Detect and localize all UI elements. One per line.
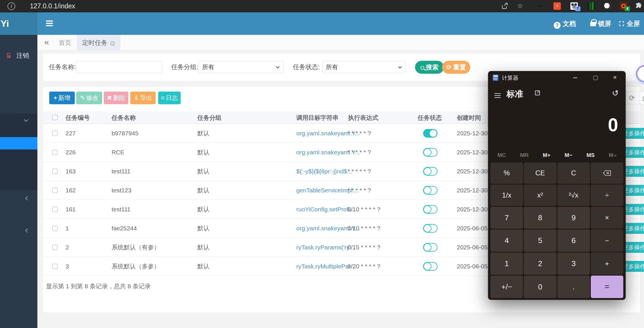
row-checkbox[interactable]: [52, 226, 58, 231]
status-toggle[interactable]: [423, 186, 437, 195]
digit-5-key[interactable]: 5: [524, 230, 556, 252]
sidebar-toggle-icon[interactable]: [46, 19, 55, 28]
memory-dropdown-button[interactable]: M: [609, 152, 616, 158]
row-checkbox[interactable]: [52, 131, 58, 136]
percent-key[interactable]: %: [490, 162, 523, 184]
sidebar-item-active[interactable]: [0, 137, 37, 149]
lightning-extension-icon[interactable]: ⚡: [553, 2, 561, 10]
maximize-button[interactable]: [587, 71, 603, 84]
col-task-name[interactable]: 任务名称: [112, 111, 136, 124]
row-checkbox[interactable]: [52, 207, 58, 212]
col-task-id[interactable]: 任务编号: [66, 111, 90, 124]
header-menu-lock[interactable]: 锁屏: [590, 12, 611, 35]
task-name-input[interactable]: [76, 61, 162, 73]
col-invoke-target[interactable]: 调用目标字符串: [296, 111, 339, 124]
row-checkbox[interactable]: [52, 169, 58, 174]
status-toggle[interactable]: [423, 205, 437, 214]
row-checkbox[interactable]: [52, 245, 58, 250]
digit-6-key[interactable]: 6: [557, 230, 590, 252]
minimize-button[interactable]: [567, 71, 583, 84]
tab-scheduled-tasks[interactable]: 定时任务×: [77, 35, 120, 51]
col-create-time[interactable]: 创建时间: [457, 111, 481, 124]
clear-entry-key[interactable]: CE: [524, 162, 556, 184]
cell-invoke-target[interactable]: ruoYiConfig.setProfi...: [296, 200, 355, 219]
reciprocal-key[interactable]: 1/x: [490, 185, 523, 206]
calculator-mode-label[interactable]: 标准: [507, 88, 523, 100]
digit-8-key[interactable]: 8: [524, 207, 556, 229]
memory-recall-button[interactable]: MR: [520, 152, 529, 158]
sidebar-menu-group[interactable]: [0, 190, 37, 206]
col-task-group[interactable]: 任务分组: [197, 111, 221, 124]
sidebar-menu-group[interactable]: [0, 223, 37, 239]
row-checkbox[interactable]: [52, 264, 58, 269]
face-extension-icon[interactable]: [604, 2, 611, 10]
header-menu-fullscreen[interactable]: 全屏: [618, 12, 640, 35]
tab-close-icon[interactable]: ×: [110, 41, 115, 46]
delete-button[interactable]: ✖删除: [104, 92, 128, 104]
digit-4-key[interactable]: 4: [490, 230, 523, 252]
spade-extension-icon[interactable]: ♠: [535, 2, 544, 10]
subtract-key[interactable]: −: [591, 230, 623, 252]
tabs-scroll-back-button[interactable]: «: [40, 35, 53, 51]
square-root-key[interactable]: ²√x: [557, 185, 590, 206]
multiply-key[interactable]: ×: [591, 207, 623, 229]
plus-minus-key[interactable]: +/−: [490, 276, 523, 298]
refresh-button[interactable]: ⟳: [624, 92, 640, 104]
memory-store-button[interactable]: MS: [586, 152, 595, 158]
sidebar-open-menu-group[interactable]: [0, 114, 37, 190]
status-toggle[interactable]: [423, 148, 437, 157]
row-checkbox[interactable]: [52, 188, 58, 193]
cell-invoke-target[interactable]: ${:-y$}{${6pr:-j}nd$...: [296, 162, 352, 181]
square-key[interactable]: x²: [524, 185, 556, 206]
digit-7-key[interactable]: 7: [490, 207, 523, 229]
status-toggle[interactable]: [423, 167, 437, 176]
add-key[interactable]: +: [591, 253, 623, 275]
bookmark-star-icon[interactable]: ☆: [516, 2, 524, 10]
col-cron-expression[interactable]: 执行表达式: [348, 111, 378, 124]
digit-2-key[interactable]: 2: [524, 253, 556, 275]
status-toggle[interactable]: [423, 129, 437, 138]
edit-button[interactable]: ✎修改: [76, 92, 102, 104]
status-toggle[interactable]: [423, 243, 437, 252]
status-toggle[interactable]: [423, 224, 437, 233]
header-menu-docs[interactable]: ?文档: [554, 12, 576, 35]
extensions-puzzle-icon[interactable]: [635, 2, 642, 10]
export-button[interactable]: ⇩导出: [130, 92, 156, 104]
cell-invoke-target[interactable]: ryTask.ryMultiplePar...: [296, 257, 355, 276]
log-button[interactable]: ≡日志: [158, 92, 181, 104]
select-all-checkbox[interactable]: [52, 115, 58, 120]
tab-home[interactable]: 首页: [53, 35, 77, 51]
digit-0-key[interactable]: 0: [524, 276, 556, 298]
columns-button[interactable]: [640, 92, 644, 104]
backspace-key[interactable]: [591, 162, 623, 184]
task-status-select[interactable]: 所有: [322, 61, 406, 73]
keep-on-top-icon[interactable]: [535, 90, 540, 95]
task-group-select[interactable]: 所有: [198, 61, 283, 73]
digit-9-key[interactable]: 9: [557, 207, 590, 229]
digit-3-key[interactable]: 3: [557, 253, 590, 275]
decimal-key[interactable]: .: [557, 276, 590, 298]
row-checkbox[interactable]: [52, 150, 58, 155]
url-text[interactable]: 127.0.0.1/index: [30, 2, 75, 10]
share-icon[interactable]: [501, 2, 509, 10]
add-button[interactable]: +新增: [49, 92, 75, 104]
close-button[interactable]: ×: [607, 71, 623, 84]
reset-button[interactable]: ⟳重置: [442, 61, 470, 74]
memory-add-button[interactable]: M+: [543, 152, 551, 158]
calculator-menu-icon[interactable]: [494, 92, 501, 99]
status-toggle[interactable]: [423, 262, 437, 271]
history-icon[interactable]: ↺: [612, 88, 619, 98]
browser-address-bar[interactable]: i 127.0.0.1/index ☆ ♠ ⚡ 7 4: [0, 0, 644, 12]
app-logo[interactable]: Yi: [0, 12, 37, 35]
search-button[interactable]: 搜索: [415, 61, 444, 74]
equals-key[interactable]: =: [591, 276, 623, 298]
sidebar-item-logout[interactable]: 注销: [0, 50, 37, 61]
digit-1-key[interactable]: 1: [490, 253, 523, 275]
memory-subtract-button[interactable]: M−: [565, 152, 572, 158]
col-task-status[interactable]: 任务状态: [418, 111, 442, 124]
memory-clear-button[interactable]: MC: [498, 152, 506, 158]
clear-key[interactable]: C: [557, 162, 590, 184]
site-info-icon[interactable]: i: [7, 2, 15, 10]
cell-invoke-target[interactable]: ryTask.ryParams('ry'...: [296, 238, 356, 257]
calculator-titlebar[interactable]: 计算器 ×: [488, 71, 626, 84]
